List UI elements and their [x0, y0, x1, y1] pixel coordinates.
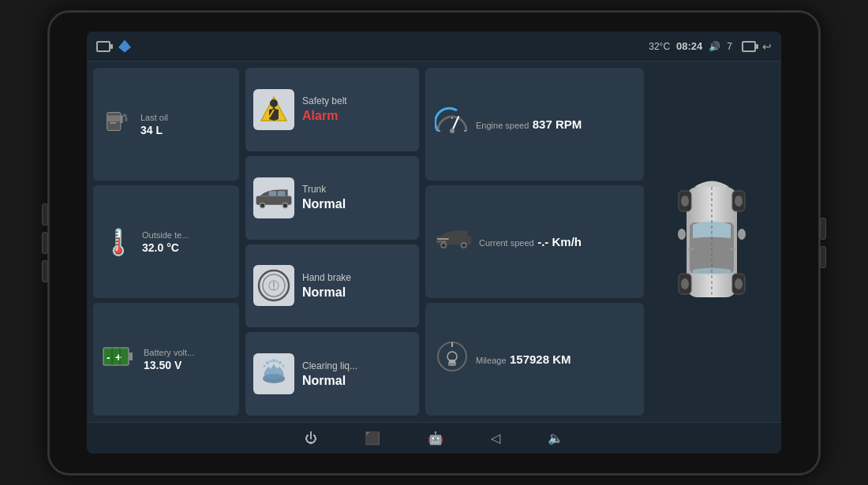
volume-icon: 🔊 [709, 41, 720, 52]
thermometer-icon: 🌡️ [103, 227, 134, 257]
hand-brake-label: Hand brake [302, 272, 351, 283]
last-oil-value: 34 L [140, 124, 168, 136]
svg-point-30 [270, 360, 272, 363]
svg-point-50 [738, 229, 746, 240]
svg-rect-4 [125, 117, 128, 121]
svg-point-26 [272, 359, 275, 362]
svg-point-38 [441, 243, 446, 248]
trunk-tile: Trunk Normal [245, 156, 419, 240]
svg-point-17 [282, 203, 287, 207]
gauges-column: Engine speed 837 RPM [425, 68, 644, 416]
speed-icon [435, 228, 473, 256]
status-right: 32°C 08:24 🔊 7 ↩ [649, 40, 772, 53]
last-oil-label: Last oil [140, 113, 168, 122]
svg-point-16 [260, 203, 264, 207]
battery-text: Battery volt... 13.50 V [144, 348, 194, 371]
side-buttons-left [42, 203, 48, 282]
outside-temp-value: 32.0 °C [142, 241, 189, 254]
side-btn-3[interactable] [42, 260, 48, 282]
svg-rect-3 [123, 114, 127, 118]
back-icon[interactable]: ↩ [762, 40, 772, 53]
svg-point-33 [450, 129, 455, 133]
status-left [96, 40, 131, 53]
fuel-icon [103, 106, 133, 142]
trunk-value: Normal [302, 197, 346, 211]
current-speed-value: -.- Km/h [537, 235, 582, 248]
hand-brake-value: Normal [302, 285, 351, 300]
outside-temp-label: Outside te... [142, 230, 189, 240]
hand-brake-icon-box: ! [253, 265, 294, 306]
home-button[interactable]: ⬛ [365, 431, 380, 446]
nav-icon [118, 40, 131, 53]
svg-rect-59 [688, 248, 694, 250]
svg-rect-1 [107, 115, 121, 121]
volume-level: 7 [727, 41, 732, 52]
clearing-liquid-text: Clearing liq... Normal [302, 360, 357, 388]
svg-point-39 [462, 243, 466, 248]
svg-point-29 [282, 365, 285, 367]
outside-temp-text: Outside te... 32.0 °C [142, 230, 189, 254]
car-top-view [649, 68, 775, 416]
hand-brake-text: Hand brake Normal [302, 272, 351, 300]
safety-belt-tile: ! Safety belt Alarm [245, 68, 419, 151]
svg-rect-46 [449, 360, 455, 363]
time-display: 08:24 [676, 40, 702, 52]
clearing-liquid-tile: Clearing liq... Normal [245, 332, 419, 416]
mileage-icon [435, 339, 470, 379]
svg-point-25 [266, 361, 269, 364]
engine-speed-value: 837 RPM [533, 118, 582, 131]
engine-speed-card: Engine speed 837 RPM [425, 68, 644, 181]
trunk-label: Trunk [302, 184, 346, 195]
battery-icon: - + [103, 345, 136, 373]
side-btn-1[interactable] [42, 203, 48, 226]
svg-rect-18 [269, 191, 277, 196]
svg-point-28 [264, 365, 266, 367]
svg-text:+: + [115, 351, 122, 364]
svg-point-58 [735, 278, 743, 289]
side-btn-2[interactable] [42, 232, 48, 254]
android-button[interactable]: 🤖 [428, 431, 443, 446]
volume-down-button[interactable]: 🔈 [548, 431, 563, 446]
main-content: Last oil 34 L 🌡️ Outside te... 32.0 °C [87, 62, 781, 422]
battery-value: 13.50 V [144, 359, 194, 371]
mileage-card: Mileage 157928 KM [425, 303, 644, 416]
svg-point-56 [735, 196, 743, 207]
clearing-liquid-icon-box [253, 353, 294, 394]
temperature-display: 32°C [649, 41, 670, 52]
current-speed-label: Current speed [479, 238, 534, 248]
battery-label: Battery volt... [144, 348, 194, 357]
mileage-text: Mileage 157928 KM [476, 353, 571, 367]
current-speed-card: Current speed -.- Km/h [425, 185, 644, 298]
safety-belt-label: Safety belt [302, 95, 347, 106]
battery-status-icon [742, 41, 756, 52]
svg-point-13 [270, 99, 278, 107]
clearing-liquid-label: Clearing liq... [302, 360, 357, 371]
window-icon [96, 41, 110, 52]
screen-bezel: 32°C 08:24 🔊 7 ↩ [87, 32, 781, 453]
bottom-navigation: ⏻ ⬛ 🤖 ◁ 🔈 [87, 422, 781, 453]
power-button[interactable]: ⏻ [305, 431, 317, 446]
side-btn-r1[interactable] [820, 218, 826, 240]
last-oil-text: Last oil 34 L [140, 113, 168, 136]
back-button[interactable]: ◁ [491, 431, 500, 446]
mileage-value: 157928 KM [510, 353, 571, 366]
svg-point-49 [678, 229, 686, 240]
safety-belt-text: Safety belt Alarm [302, 95, 347, 123]
side-btn-r2[interactable] [820, 246, 826, 268]
gauges-and-car: Engine speed 837 RPM [425, 68, 775, 416]
trunk-text: Trunk Normal [302, 184, 346, 211]
mileage-label: Mileage [476, 356, 507, 365]
engine-speed-label: Engine speed [476, 121, 529, 130]
svg-rect-6 [129, 353, 133, 360]
svg-point-31 [276, 360, 279, 363]
svg-text:-: - [107, 351, 110, 364]
outside-temp-card: 🌡️ Outside te... 32.0 °C [93, 185, 239, 298]
clearing-liquid-value: Normal [302, 374, 357, 388]
left-column: Last oil 34 L 🌡️ Outside te... 32.0 °C [93, 68, 239, 416]
device-outer: 32°C 08:24 🔊 7 ↩ [47, 10, 821, 476]
svg-point-55 [681, 196, 689, 207]
svg-point-27 [279, 361, 282, 364]
last-oil-card: Last oil 34 L [93, 68, 239, 181]
engine-speed-text: Engine speed 837 RPM [476, 118, 582, 132]
svg-rect-60 [729, 248, 735, 250]
